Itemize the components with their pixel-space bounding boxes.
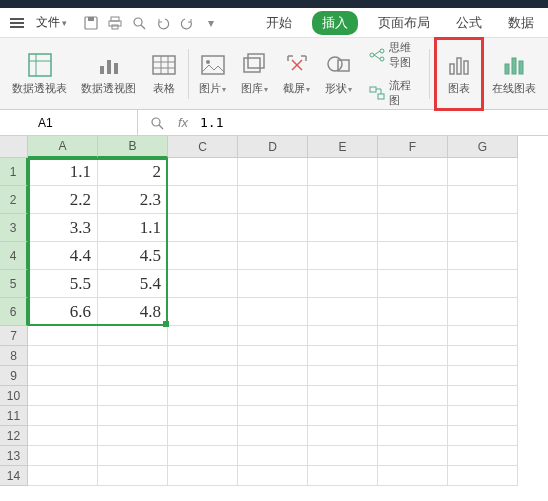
cell-d5[interactable]	[238, 270, 308, 298]
cell-d11[interactable]	[238, 406, 308, 426]
cell-d12[interactable]	[238, 426, 308, 446]
file-menu-button[interactable]: 文件 ▾	[30, 12, 73, 33]
cell-c9[interactable]	[168, 366, 238, 386]
cell-g8[interactable]	[448, 346, 518, 366]
row-header-5[interactable]: 5	[0, 270, 28, 298]
cell-f5[interactable]	[378, 270, 448, 298]
gallery-button[interactable]: 图库▾	[235, 42, 275, 106]
table-button[interactable]: 表格	[144, 42, 184, 106]
cell-f11[interactable]	[378, 406, 448, 426]
row-header-4[interactable]: 4	[0, 242, 28, 270]
cell-a1[interactable]: 1.1	[28, 158, 98, 186]
col-header-a[interactable]: A	[28, 136, 98, 158]
cell-a8[interactable]	[28, 346, 98, 366]
cell-d1[interactable]	[238, 158, 308, 186]
row-header-11[interactable]: 11	[0, 406, 28, 426]
name-box[interactable]	[28, 110, 138, 135]
cell-f8[interactable]	[378, 346, 448, 366]
cell-g6[interactable]	[448, 298, 518, 326]
cell-b8[interactable]	[98, 346, 168, 366]
cell-f1[interactable]	[378, 158, 448, 186]
undo-icon[interactable]	[155, 15, 171, 31]
zoom-icon[interactable]	[148, 114, 166, 132]
col-header-b[interactable]: B	[98, 136, 168, 158]
save-icon[interactable]	[83, 15, 99, 31]
cell-b2[interactable]: 2.3	[98, 186, 168, 214]
cell-g10[interactable]	[448, 386, 518, 406]
cell-a6[interactable]: 6.6	[28, 298, 98, 326]
row-header-1[interactable]: 1	[0, 158, 28, 186]
tab-page-layout[interactable]: 页面布局	[372, 11, 436, 35]
cell-c3[interactable]	[168, 214, 238, 242]
pivot-chart-button[interactable]: 数据透视图	[75, 42, 142, 106]
cell-f14[interactable]	[378, 466, 448, 486]
row-header-9[interactable]: 9	[0, 366, 28, 386]
cell-g7[interactable]	[448, 326, 518, 346]
screenshot-button[interactable]: 截屏▾	[277, 42, 317, 106]
cell-d13[interactable]	[238, 446, 308, 466]
row-header-10[interactable]: 10	[0, 386, 28, 406]
tab-formula[interactable]: 公式	[450, 11, 488, 35]
cell-c5[interactable]	[168, 270, 238, 298]
col-header-g[interactable]: G	[448, 136, 518, 158]
redo-icon[interactable]	[179, 15, 195, 31]
col-header-f[interactable]: F	[378, 136, 448, 158]
cell-c4[interactable]	[168, 242, 238, 270]
cell-d2[interactable]	[238, 186, 308, 214]
cell-c11[interactable]	[168, 406, 238, 426]
cell-b10[interactable]	[98, 386, 168, 406]
cell-b11[interactable]	[98, 406, 168, 426]
cell-f9[interactable]	[378, 366, 448, 386]
cell-a11[interactable]	[28, 406, 98, 426]
tab-insert[interactable]: 插入	[312, 11, 358, 35]
cell-b13[interactable]	[98, 446, 168, 466]
cell-f10[interactable]	[378, 386, 448, 406]
pivot-table-button[interactable]: 数据透视表	[6, 42, 73, 106]
cell-e7[interactable]	[308, 326, 378, 346]
cell-b5[interactable]: 5.4	[98, 270, 168, 298]
cell-a13[interactable]	[28, 446, 98, 466]
cell-e4[interactable]	[308, 242, 378, 270]
cell-b3[interactable]: 1.1	[98, 214, 168, 242]
cell-b7[interactable]	[98, 326, 168, 346]
cell-c13[interactable]	[168, 446, 238, 466]
cell-e6[interactable]	[308, 298, 378, 326]
print-icon[interactable]	[107, 15, 123, 31]
row-header-13[interactable]: 13	[0, 446, 28, 466]
cell-g14[interactable]	[448, 466, 518, 486]
cell-f7[interactable]	[378, 326, 448, 346]
col-header-c[interactable]: C	[168, 136, 238, 158]
cell-f3[interactable]	[378, 214, 448, 242]
cell-f2[interactable]	[378, 186, 448, 214]
picture-button[interactable]: 图片▾	[193, 42, 233, 106]
cell-d3[interactable]	[238, 214, 308, 242]
cell-b1[interactable]: 2	[98, 158, 168, 186]
cell-g1[interactable]	[448, 158, 518, 186]
row-header-12[interactable]: 12	[0, 426, 28, 446]
cell-g11[interactable]	[448, 406, 518, 426]
cell-e11[interactable]	[308, 406, 378, 426]
cell-a3[interactable]: 3.3	[28, 214, 98, 242]
row-header-6[interactable]: 6	[0, 298, 28, 326]
qat-dropdown-icon[interactable]: ▾	[203, 15, 219, 31]
hamburger-icon[interactable]	[8, 16, 26, 30]
cell-g13[interactable]	[448, 446, 518, 466]
cell-b4[interactable]: 4.5	[98, 242, 168, 270]
cell-g12[interactable]	[448, 426, 518, 446]
cell-e5[interactable]	[308, 270, 378, 298]
name-box-input[interactable]	[38, 116, 127, 130]
tab-start[interactable]: 开始	[260, 11, 298, 35]
cell-d7[interactable]	[238, 326, 308, 346]
cell-g5[interactable]	[448, 270, 518, 298]
cell-f6[interactable]	[378, 298, 448, 326]
row-header-3[interactable]: 3	[0, 214, 28, 242]
cell-e1[interactable]	[308, 158, 378, 186]
cell-e14[interactable]	[308, 466, 378, 486]
cell-g3[interactable]	[448, 214, 518, 242]
cell-a7[interactable]	[28, 326, 98, 346]
cell-g4[interactable]	[448, 242, 518, 270]
cell-e10[interactable]	[308, 386, 378, 406]
cell-c12[interactable]	[168, 426, 238, 446]
cell-c10[interactable]	[168, 386, 238, 406]
cell-b9[interactable]	[98, 366, 168, 386]
